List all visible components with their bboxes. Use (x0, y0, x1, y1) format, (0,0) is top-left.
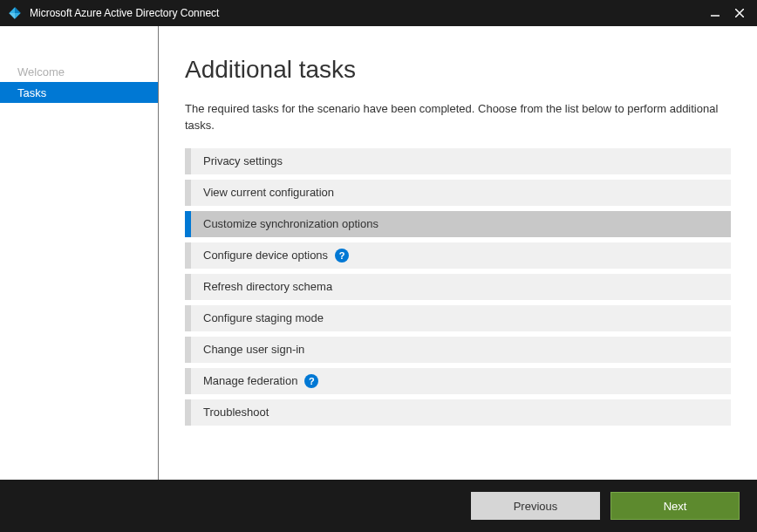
next-button[interactable]: Next (610, 492, 740, 520)
task-label: Change user sign-in (203, 343, 304, 356)
wizard-footer: Previous Next (0, 480, 757, 532)
help-icon[interactable]: ? (304, 374, 318, 388)
task-accent (185, 305, 191, 331)
task-accent (185, 148, 191, 174)
sidebar-item-welcome[interactable]: Welcome (0, 61, 158, 82)
task-item[interactable]: Refresh directory schema (185, 274, 731, 300)
task-label: Troubleshoot (203, 406, 269, 419)
task-item[interactable]: Customize synchronization options (185, 211, 731, 237)
window-title: Microsoft Azure Active Directory Connect (30, 7, 703, 19)
minimize-button[interactable] (703, 0, 727, 26)
task-accent (185, 368, 191, 394)
task-label: Configure device options (203, 249, 328, 262)
task-item[interactable]: Configure device options? (185, 242, 731, 269)
task-accent (185, 180, 191, 206)
sidebar-item-label: Welcome (17, 65, 65, 78)
page-title: Additional tasks (185, 56, 731, 84)
task-item[interactable]: Troubleshoot (185, 399, 731, 426)
content-body: WelcomeTasks Additional tasks The requir… (0, 26, 757, 480)
close-button[interactable] (727, 0, 752, 26)
task-item[interactable]: Privacy settings (185, 148, 731, 174)
azure-logo-icon (7, 5, 23, 21)
task-accent (185, 337, 191, 363)
task-label: Manage federation (203, 374, 297, 387)
sidebar-item-tasks[interactable]: Tasks (0, 82, 158, 103)
task-label: View current configuration (203, 186, 334, 199)
task-item[interactable]: Change user sign-in (185, 337, 731, 363)
task-item[interactable]: View current configuration (185, 180, 731, 206)
task-accent (185, 242, 191, 269)
help-icon[interactable]: ? (335, 249, 349, 263)
main-panel: Additional tasks The required tasks for … (159, 26, 757, 480)
titlebar: Microsoft Azure Active Directory Connect (0, 0, 757, 26)
task-label: Customize synchronization options (203, 217, 378, 230)
task-item[interactable]: Configure staging mode (185, 305, 731, 331)
task-label: Refresh directory schema (203, 280, 332, 293)
svg-marker-1 (15, 7, 21, 13)
task-accent (185, 211, 191, 237)
task-accent (185, 399, 191, 426)
task-item[interactable]: Manage federation? (185, 368, 731, 394)
previous-button[interactable]: Previous (471, 492, 600, 520)
app-window: Microsoft Azure Active Directory Connect… (0, 0, 757, 532)
page-description: The required tasks for the scenario have… (185, 101, 731, 134)
task-label: Configure staging mode (203, 311, 324, 324)
task-accent (185, 274, 191, 300)
wizard-sidebar: WelcomeTasks (0, 26, 159, 480)
sidebar-item-label: Tasks (17, 86, 46, 99)
task-label: Privacy settings (203, 154, 283, 167)
task-list: Privacy settingsView current configurati… (185, 148, 731, 426)
